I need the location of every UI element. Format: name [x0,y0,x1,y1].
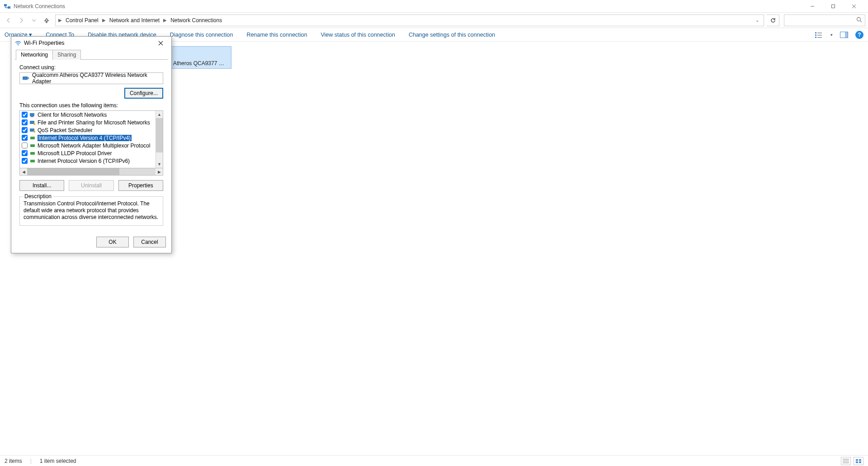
breadcrumb-segment[interactable]: Network Connections [168,15,225,26]
tab-panel-networking: Connect using: Qualcomm Atheros QCA9377 … [15,59,168,230]
chevron-down-icon[interactable]: ▾ [830,33,833,37]
description-group: Description Transmission Control Protoco… [19,196,163,226]
svg-rect-19 [856,459,858,461]
svg-rect-10 [815,37,816,38]
protocol-item[interactable]: QoS Packet Scheduler [20,126,156,134]
protocol-item-checkbox[interactable] [22,135,28,141]
cmd-rename[interactable]: Rename this connection [246,32,307,38]
svg-rect-28 [30,113,34,116]
client-icon [29,112,36,118]
chevron-right-icon: ▶ [57,18,63,23]
svg-rect-29 [31,116,33,117]
scroll-left-button[interactable]: ◀ [20,168,27,175]
dialog-footer: OK Cancel [11,234,171,253]
window-titlebar: Network Connections [0,0,868,13]
tab-networking[interactable]: Networking [16,50,53,60]
svg-rect-36 [30,152,35,155]
breadcrumb-dropdown[interactable]: ⌄ [755,18,762,23]
protocol-item-label: Client for Microsoft Networks [38,112,107,118]
breadcrumb-segment[interactable]: Control Panel [63,15,101,26]
protocol-item[interactable]: Microsoft LLDP Protocol Driver [20,149,156,157]
install-button[interactable]: Install... [19,180,64,191]
chevron-right-icon: ▶ [162,18,168,23]
svg-rect-37 [30,160,35,162]
svg-point-6 [857,17,861,21]
horizontal-scrollbar[interactable]: ◀ ▶ [19,168,163,176]
network-adapter-icon [23,76,29,81]
protocol-item-label: Internet Protocol Version 6 (TCP/IPv6) [38,158,130,164]
window-close-button[interactable] [844,0,864,13]
protocol-item-checkbox[interactable] [22,150,28,156]
svg-rect-21 [856,461,858,463]
protocol-item[interactable]: Client for Microsoft Networks [20,111,156,119]
vertical-scrollbar[interactable]: ▲ ▼ [156,111,163,168]
svg-rect-34 [30,137,35,139]
cmd-change-settings[interactable]: Change settings of this connection [409,32,495,38]
items-label: This connection uses the following items… [19,102,163,109]
protocol-items-list[interactable]: Client for Microsoft NetworksFile and Pr… [19,110,163,168]
protocol-item-checkbox[interactable] [22,119,28,125]
status-bar: 2 items | 1 item selected [0,455,868,466]
protocol-item-label: Microsoft LLDP Protocol Driver [38,150,112,157]
details-view-button[interactable] [841,457,851,465]
properties-button[interactable]: Properties [118,180,163,191]
adapter-name: Qualcomm Atheros QCA9377 Wireless Networ… [32,72,160,85]
minimize-button[interactable] [802,0,823,13]
svg-rect-0 [4,4,7,6]
preview-pane-button[interactable] [840,31,848,39]
protocol-item[interactable]: Internet Protocol Version 4 (TCP/IPv4) [20,134,156,142]
nav-up-button[interactable] [41,14,52,26]
dialog-titlebar[interactable]: Wi-Fi Properties [11,37,171,49]
maximize-button[interactable] [823,0,844,13]
connect-using-label: Connect using: [19,64,163,71]
scroll-right-button[interactable]: ▶ [156,168,163,175]
cmd-view-status[interactable]: View status of this connection [321,32,395,38]
svg-line-7 [860,20,862,22]
protocol-item-checkbox[interactable] [22,127,28,133]
protocol-item-checkbox[interactable] [22,143,28,148]
recent-dropdown-button[interactable] [28,14,40,26]
svg-point-33 [33,130,35,132]
breadcrumb[interactable]: ▶ Control Panel ▶ Network and Internet ▶… [55,14,764,26]
dialog-close-button[interactable] [153,38,168,48]
protocol-item[interactable]: File and Printer Sharing for Microsoft N… [20,119,156,126]
refresh-button[interactable] [767,14,779,26]
search-icon [856,16,862,24]
svg-rect-8 [815,32,816,33]
description-text: Transmission Control Protocol/Internet P… [24,200,159,221]
nav-forward-button[interactable] [15,14,27,26]
svg-point-23 [18,44,19,46]
svg-rect-26 [23,76,28,80]
dialog-title: Wi-Fi Properties [24,40,65,46]
tab-sharing[interactable]: Sharing [52,50,81,60]
svg-point-31 [33,123,35,124]
view-mode-button[interactable] [815,31,823,39]
configure-button[interactable]: Configure... [124,88,163,99]
breadcrumb-segment[interactable]: Network and Internet [107,15,162,26]
protocol-item-label: Microsoft Network Adapter Multiplexor Pr… [38,143,150,149]
scroll-down-button[interactable]: ▼ [156,161,163,168]
adapter-readonly-field: Qualcomm Atheros QCA9377 Wireless Networ… [19,72,163,84]
svg-rect-3 [832,5,835,8]
protocol-item-checkbox[interactable] [22,112,28,118]
scroll-thumb-h[interactable] [27,168,119,175]
service-icon [29,128,36,133]
adapter-tile[interactable]: Atheros QCA9377 Wir... [170,46,231,69]
help-icon[interactable]: ? [855,31,863,39]
search-input[interactable] [784,14,865,26]
service-icon [29,120,36,125]
address-bar: ▶ Control Panel ▶ Network and Internet ▶… [0,13,868,28]
svg-rect-9 [815,34,816,36]
ok-button[interactable]: OK [96,237,129,247]
protocol-item-checkbox[interactable] [22,158,28,164]
scroll-thumb[interactable] [156,118,163,152]
scroll-up-button[interactable]: ▲ [156,111,163,118]
protocol-item[interactable]: Internet Protocol Version 6 (TCP/IPv6) [20,157,156,165]
large-icons-view-button[interactable] [854,457,863,465]
cmd-diagnose[interactable]: Diagnose this connection [170,32,233,38]
svg-rect-12 [817,35,822,36]
nav-back-button[interactable] [3,14,14,26]
cancel-button[interactable]: Cancel [133,237,166,247]
svg-rect-1 [8,6,10,9]
protocol-item[interactable]: Microsoft Network Adapter Multiplexor Pr… [20,142,156,149]
